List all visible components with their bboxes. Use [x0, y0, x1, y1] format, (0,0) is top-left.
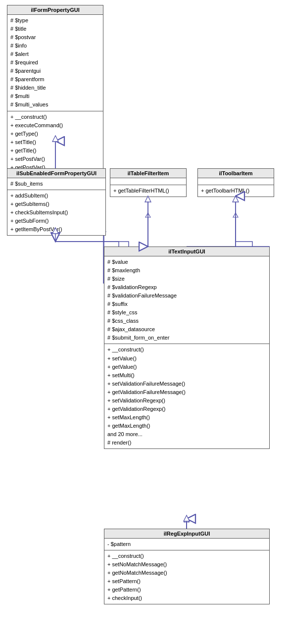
- il-table-filter-item-box: ilTableFilterItem + getTableFilterHTML(): [110, 168, 187, 197]
- il-reg-exp-input-gui-box: ilRegExpInputGUI - $pattern + __construc…: [104, 529, 270, 604]
- il-form-property-gui-fields: # $type # $title # $postvar # $info # $a…: [7, 15, 103, 111]
- il-text-input-gui-box: ilTextInputGUI # $value # $maxlength # $…: [104, 247, 270, 449]
- il-toolbar-item-box: ilToolbarItem + getToolbarHTML(): [197, 168, 274, 197]
- svg-marker-26: [184, 515, 190, 521]
- il-sub-enabled-form-property-gui-box: ilSubEnabledFormPropertyGUI # $sub_items…: [7, 168, 106, 236]
- il-toolbar-item-methods: + getToolbarHTML(): [198, 185, 274, 197]
- il-table-filter-item-title: ilTableFilterItem: [110, 169, 186, 178]
- il-text-input-gui-methods: + __construct() + setValue() + getValue(…: [104, 344, 269, 448]
- il-form-property-gui-title: ilFormPropertyGUI: [7, 5, 103, 15]
- il-reg-exp-input-gui-title: ilRegExpInputGUI: [104, 529, 269, 539]
- il-text-input-gui-title: ilTextInputGUI: [104, 247, 269, 256]
- svg-marker-5: [145, 213, 150, 217]
- il-toolbar-item-empty-fields: [198, 178, 274, 185]
- svg-marker-6: [233, 213, 238, 217]
- il-reg-exp-input-gui-fields: - $pattern: [104, 539, 269, 550]
- il-table-filter-item-methods: + getTableFilterHTML(): [110, 185, 186, 197]
- il-sub-enabled-fields: # $sub_items: [7, 178, 105, 190]
- il-toolbar-item-title: ilToolbarItem: [198, 169, 274, 178]
- diagram-container: ilFormPropertyGUI # $type # $title # $po…: [0, 0, 289, 644]
- il-sub-enabled-form-property-gui-title: ilSubEnabledFormPropertyGUI: [7, 169, 105, 178]
- il-table-filter-item-empty-fields: [110, 178, 186, 185]
- il-reg-exp-input-gui-methods: + __construct() + setNoMatchMessage() + …: [104, 550, 269, 604]
- il-text-input-gui-fields: # $value # $maxlength # $size # $validat…: [104, 256, 269, 344]
- il-sub-enabled-methods: + addSubItem() + getSubItems() + checkSu…: [7, 190, 105, 235]
- svg-marker-8: [184, 518, 189, 522]
